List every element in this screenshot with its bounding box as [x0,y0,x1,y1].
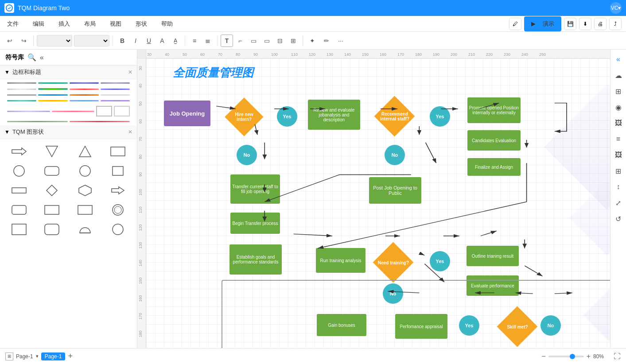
node-review[interactable]: Review and evaluate jobanalysis and desc… [308,100,360,130]
menu-help[interactable]: 帮助 [159,18,175,30]
node-hire-new[interactable]: Hire newintern? [225,97,264,136]
grid-icon[interactable]: ⊞ [612,85,625,97]
line-shape-15[interactable] [70,100,99,101]
border-tool-button[interactable]: ▭ [247,35,260,47]
tqm-shape-arrow[interactable] [4,143,34,159]
tqm-shape-double-circle[interactable] [103,202,132,218]
tqm-shape-triangle-up[interactable] [70,143,100,159]
line-shape-13[interactable] [7,100,36,101]
tqm-shape-half-circle[interactable] [70,221,100,237]
underline-button[interactable]: U [143,35,155,47]
line-shape-10[interactable] [38,94,67,96]
node-no-skill[interactable]: No [540,315,561,336]
expand-icon[interactable]: ↕ [612,181,625,193]
node-yes-skill[interactable]: Yes [459,315,479,336]
tqm-shape-rounded-rect[interactable] [37,163,66,179]
zoom-slider-thumb[interactable] [570,354,575,359]
line-shape-6[interactable] [38,88,67,90]
text-tool-button[interactable]: T [221,35,233,47]
tqm-shape-rect3[interactable] [37,202,66,218]
resize-icon[interactable]: ⤢ [612,197,625,209]
font-family-select[interactable] [37,35,72,46]
line-shape-5[interactable] [7,89,36,90]
current-page-tab[interactable]: Page-1 [41,352,66,360]
menu-view[interactable]: 视图 [107,18,124,30]
redo-button[interactable]: ↪ [18,35,30,47]
tqm-shape-circle3[interactable] [103,221,132,237]
save-button[interactable]: 💾 [564,18,576,30]
node-begin-transfer[interactable]: Begin Transfer process [230,213,280,234]
star-button[interactable]: ✦ [306,35,319,47]
rect-shape-1[interactable] [96,106,112,116]
line-shape-12[interactable] [101,94,130,96]
fullscreen-button[interactable]: ⛶ [614,352,621,360]
line-shape-2[interactable] [38,82,67,84]
menu-file[interactable]: 文件 [4,18,21,30]
line-shape-7[interactable] [70,89,99,90]
tqm-shape-rounded-rect3[interactable] [37,221,66,237]
corner-tool-button[interactable]: ⌐ [234,35,246,47]
vc-button[interactable]: VC ▾ [610,2,622,14]
node-no2[interactable]: No [383,283,403,304]
italic-button[interactable]: I [129,35,142,47]
tqm-shape-diamond[interactable] [37,182,66,198]
node-gain-bonuses[interactable]: Gain bonuses [317,314,366,336]
section-border-title[interactable]: ▼ 边框和标题 ✕ [0,66,137,79]
line-shape-11[interactable] [70,94,99,96]
node-performance[interactable]: Perfomance appraisal [395,314,447,339]
line-shape-1[interactable] [7,82,36,84]
page-layout-icon[interactable]: ⊞ [5,352,13,360]
node-candidates[interactable]: Candidates Evaluation [467,130,521,151]
align-left-button[interactable]: ≡ [188,35,201,47]
menu-shapes[interactable]: 形状 [133,18,150,30]
node-transfer[interactable]: Transfer current staff to fill job openi… [230,174,280,204]
node-post-job[interactable]: Post Job Opening to Public [369,177,421,204]
image-icon[interactable]: 🖼 [612,117,625,129]
tqm-shape-circle2[interactable] [70,163,100,179]
page-indicator[interactable]: Page-1 [16,353,33,360]
edit-icon-button[interactable]: 🖊 [509,18,521,30]
border2-tool-button[interactable]: ▭ [261,35,273,47]
line-shape-14[interactable] [38,100,67,101]
node-no-recommend[interactable]: No [385,145,405,165]
menu-edit[interactable]: 编辑 [30,18,47,30]
node-run-training[interactable]: Run training analysis [316,248,365,273]
node-job-opening[interactable]: Job Opening [164,101,210,126]
node-yes2[interactable]: Yes [430,106,450,127]
cloud-icon[interactable]: ☁ [612,69,625,81]
menu-layout[interactable]: 布局 [82,18,98,30]
menu-insert[interactable]: 插入 [56,18,73,30]
line-shape-19[interactable] [7,121,68,122]
tqm-shape-hexagon[interactable] [70,182,100,198]
list-icon[interactable]: ≡ [612,133,625,145]
node-yes3[interactable]: Yes [430,251,450,271]
node-promote[interactable]: Promote opened Position internally or ex… [467,97,521,123]
node-finalize[interactable]: Finalize and Assign [467,158,521,176]
line-shape-18[interactable] [52,111,95,112]
node-evaluate[interactable]: Evaluate performance [467,275,519,296]
zoom-in-button[interactable]: + [587,352,591,360]
node-need-training[interactable]: Need training? [373,242,414,283]
zoom-out-button[interactable]: − [541,352,545,360]
undo-history-icon[interactable]: ↺ [612,213,625,225]
align-h-button[interactable]: ⊞ [287,35,299,47]
tqm-shape-rect4[interactable] [70,202,100,218]
tqm-shape-rect[interactable] [103,143,132,159]
collapse-right-button[interactable]: « [612,53,625,66]
line-shape-17[interactable] [7,111,50,112]
grid2-icon[interactable]: ⊞ [612,165,625,177]
tqm-shape-circle[interactable] [4,163,34,179]
node-yes1[interactable]: Yes [277,106,297,127]
align-v-button[interactable]: ⊟ [274,35,286,47]
image2-icon[interactable]: 🖼 [612,149,625,161]
demo-button[interactable]: ▶演示 [524,16,561,31]
align-options-button[interactable]: ≣ [202,35,214,47]
collapse-icon[interactable]: « [40,54,44,62]
tqm-shape-rect5[interactable] [4,221,34,237]
rect-shape-2[interactable] [114,106,130,116]
download-button[interactable]: ⬇ [579,18,591,30]
more-button[interactable]: ··· [334,35,347,47]
tqm-shape-arrow-small[interactable] [103,182,132,198]
tqm-shape-parallelogram[interactable] [103,163,132,179]
line-shape-8[interactable] [101,89,130,90]
